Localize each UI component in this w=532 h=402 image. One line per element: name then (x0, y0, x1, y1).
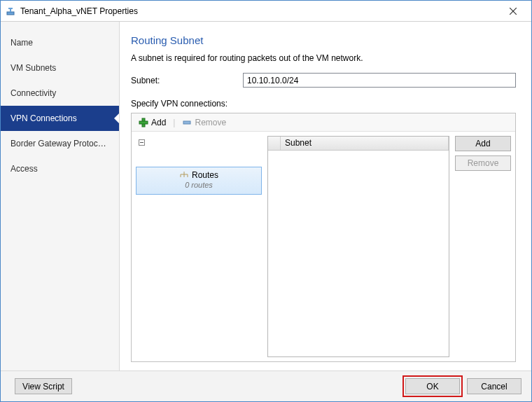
subnet-label: Subnet: (131, 76, 243, 85)
svg-rect-0 (7, 12, 14, 15)
subnet-grid[interactable]: Subnet (267, 136, 449, 357)
sidebar-item-bgp[interactable]: Border Gateway Protocol... (1, 131, 119, 156)
sidebar-item-connectivity[interactable]: Connectivity (1, 81, 119, 106)
toolbar-separator: | (173, 118, 175, 127)
footer: View Script OK Cancel (1, 370, 531, 401)
minus-icon (182, 118, 192, 127)
sidebar-item-vpn-connections[interactable]: VPN Connections (1, 106, 119, 131)
tree-column: Routes 0 routes (136, 136, 262, 357)
body: Name VM Subnets Connectivity VPN Connect… (1, 22, 531, 370)
cancel-button[interactable]: Cancel (467, 378, 522, 394)
svg-rect-2 (8, 8, 13, 9)
grid-header-subnet[interactable]: Subnet (281, 137, 449, 150)
page-title: Routing Subnet (131, 34, 516, 46)
spacer (131, 362, 516, 370)
tree-collapse-toggle[interactable] (136, 136, 262, 148)
subnet-input[interactable] (243, 73, 516, 88)
page-description: A subnet is required for routing packets… (131, 53, 516, 63)
sidebar-item-name[interactable]: Name (1, 30, 119, 55)
plus-icon (139, 118, 148, 127)
main-panel: Routing Subnet A subnet is required for … (120, 22, 531, 370)
toolbar-add-label: Add (151, 118, 166, 127)
grid-add-button[interactable]: Add (455, 136, 511, 151)
specify-vpn-label: Specify VPN connections: (131, 99, 516, 109)
grid-header-spacer (268, 137, 281, 150)
sidebar: Name VM Subnets Connectivity VPN Connect… (1, 22, 120, 370)
grid-remove-button[interactable]: Remove (455, 155, 511, 171)
tree-minus-icon (139, 139, 145, 146)
svg-rect-6 (139, 121, 148, 124)
routes-node[interactable]: Routes 0 routes (136, 167, 262, 195)
subnet-grid-header: Subnet (268, 137, 449, 151)
close-button[interactable] (499, 1, 527, 21)
app-icon (5, 6, 16, 17)
toolbar-remove-label: Remove (195, 118, 226, 127)
routes-icon (179, 172, 189, 179)
toolbar-remove-button[interactable]: Remove (179, 116, 229, 129)
routes-title: Routes (192, 170, 218, 180)
window: Tenant_Alpha_vNET Properties Name VM Sub… (0, 0, 532, 402)
vpn-connections-box: Add | Remove (131, 113, 516, 362)
routes-node-row: Routes (179, 170, 218, 180)
window-title: Tenant_Alpha_vNET Properties (20, 6, 499, 16)
subnet-field-row: Subnet: (131, 73, 516, 88)
grid-buttons-column: Add Remove (455, 136, 511, 357)
view-script-button[interactable]: View Script (15, 378, 72, 394)
ok-button[interactable]: OK (405, 378, 460, 394)
ok-highlight-box: OK (402, 375, 463, 397)
vpn-content: Routes 0 routes Subnet Add (132, 132, 515, 361)
grid-body (268, 151, 449, 356)
sidebar-item-vm-subnets[interactable]: VM Subnets (1, 55, 119, 81)
toolbar-add-button[interactable]: Add (136, 116, 169, 129)
vpn-toolbar: Add | Remove (132, 113, 515, 132)
sidebar-item-access[interactable]: Access (1, 156, 119, 181)
svg-rect-7 (183, 121, 190, 124)
routes-subtitle: 0 routes (136, 181, 261, 189)
titlebar: Tenant_Alpha_vNET Properties (1, 1, 531, 22)
close-icon (510, 8, 517, 15)
